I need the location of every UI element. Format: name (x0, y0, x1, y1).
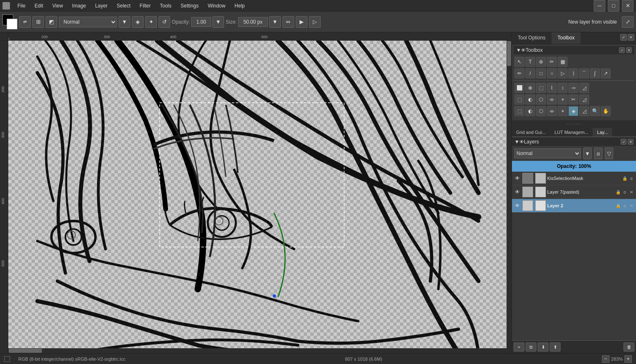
layers-dup-btn[interactable]: ⧉ (526, 342, 536, 352)
tool-preset-button[interactable]: ◩ (46, 16, 57, 28)
menu-file[interactable]: File (16, 2, 27, 10)
tool-bezier[interactable]: ⟩ (568, 68, 578, 78)
tab-toolbox[interactable]: Toolbox (552, 32, 581, 44)
window-minimize[interactable]: ─ (594, 0, 605, 12)
layers-pin-btn[interactable]: ⤢ (621, 139, 626, 145)
panel-close-btn[interactable]: ✕ (628, 34, 634, 41)
layers-up-btn[interactable]: ⬆ (550, 342, 560, 352)
tool-perspective[interactable]: ⊸ (568, 83, 578, 93)
tool-scale[interactable]: ↕ (558, 83, 568, 93)
extra-button[interactable]: ▷ (309, 16, 321, 28)
tool-iscissors[interactable]: ⬡ (536, 106, 546, 116)
blend-mode-select[interactable]: Normal (59, 17, 117, 27)
vertical-scrollbar[interactable] (507, 41, 512, 353)
status-checkbox[interactable] (4, 356, 10, 362)
layers-delete-btn[interactable]: 🗑 (624, 342, 634, 352)
layer-item-2[interactable]: 👁 Layer 2 🔒 α ✕ (512, 199, 636, 213)
vertical-scroll-thumb[interactable] (507, 41, 511, 66)
menu-image[interactable]: Image (71, 2, 88, 10)
mirror-h-button[interactable]: ⇔ (283, 16, 294, 28)
tool-fuzzy-sel[interactable]: ⬚ (514, 106, 524, 116)
toolbox-pin-btn[interactable]: ⤢ (619, 47, 625, 53)
layer-2-lock-icon[interactable]: 🔒 (615, 203, 621, 209)
tool-text[interactable]: T (525, 57, 535, 67)
menu-view[interactable]: View (51, 2, 65, 10)
layer-2-visibility[interactable]: 👁 (514, 202, 521, 209)
tool-eraser[interactable]: ◿ (579, 106, 589, 116)
layer-1-lock-icon[interactable]: 🔒 (615, 189, 621, 195)
tool-airbrush[interactable]: ↗ (601, 68, 611, 78)
layer-item-1[interactable]: 👁 Layer 7(pasted) 🔒 α ✕ (512, 185, 636, 199)
tab-layers[interactable]: Lay... (593, 128, 612, 136)
layer-mode-select[interactable]: Normal (514, 148, 581, 158)
grid-view-button[interactable]: ⊞ (32, 16, 44, 28)
tool-sel-fg[interactable]: ◿ (579, 95, 589, 104)
tool-ellipse[interactable]: ○ (547, 68, 557, 78)
menu-layer[interactable]: Layer (93, 2, 109, 10)
fill-button[interactable]: ✦ (145, 16, 157, 28)
layer-mode-dropdown[interactable]: ▼ (583, 148, 592, 159)
layer-1-extra-icon[interactable]: ✕ (629, 189, 634, 195)
menu-select[interactable]: Select (115, 2, 132, 10)
layer-0-lock-icon[interactable]: 🔒 (622, 175, 628, 181)
toolbox-collapse-icon[interactable]: ▼ (516, 47, 521, 53)
tab-tool-options[interactable]: Tool Options (512, 32, 552, 44)
size-input[interactable] (238, 17, 268, 27)
layer-0-visibility[interactable]: 👁 (514, 175, 521, 182)
menu-help[interactable]: Help (233, 2, 246, 10)
horizontal-scroll-thumb[interactable] (9, 349, 42, 353)
layers-collapse-icon[interactable]: ▼ (514, 139, 519, 145)
window-maximize[interactable]: □ (608, 0, 619, 12)
layer-2-alpha-icon[interactable]: α (622, 203, 628, 209)
size-dropdown[interactable]: ▼ (269, 16, 281, 28)
tool-arc[interactable]: ⌒ (579, 68, 589, 78)
background-color[interactable] (7, 19, 17, 29)
tool-cage[interactable]: ◿ (579, 83, 589, 93)
tool-sel-ellipse[interactable]: ◐ (525, 95, 535, 104)
tool-sel-rect[interactable]: ⬚ (514, 95, 524, 104)
tool-pan[interactable]: ✋ (601, 106, 611, 116)
toolbox-x-btn[interactable]: ✕ (626, 47, 632, 53)
tool-polygon[interactable]: ▷ (558, 68, 568, 78)
tool-shear[interactable]: ⌇ (547, 83, 557, 93)
swap-colors-icon[interactable]: ⇄ (19, 16, 31, 28)
tool-sel-scissors[interactable]: ✂ (568, 95, 578, 104)
tool-zoom[interactable]: 🔍 (590, 106, 600, 116)
layer-item-0[interactable]: 👁 KisSelectionMask 🔒 α (512, 172, 636, 185)
canvas-container[interactable] (8, 41, 512, 353)
tool-spiral[interactable]: ∫ (590, 68, 600, 78)
menu-edit[interactable]: Edit (33, 2, 45, 10)
layers-down-btn[interactable]: ⬇ (538, 342, 548, 352)
toolbar-expand[interactable]: ⤢ (622, 16, 634, 28)
layer-alpha-lock[interactable]: α (594, 148, 602, 159)
layer-2-extra-icon[interactable]: ✕ (629, 203, 634, 209)
window-close[interactable]: ✕ (622, 0, 634, 12)
zoom-out-btn[interactable]: − (602, 355, 609, 363)
menu-tools[interactable]: Tools (158, 2, 173, 10)
tool-arrow[interactable]: ↖ (514, 57, 524, 67)
mirror-v-button[interactable]: ▶ (296, 16, 307, 28)
tool-path[interactable]: ⊛ (536, 57, 546, 67)
tool-paint[interactable]: ✏ (514, 68, 524, 78)
layer-1-alpha-icon[interactable]: α (622, 189, 628, 195)
tool-rect[interactable]: □ (536, 68, 546, 78)
tab-lut-mgmt[interactable]: LUT Managem... (551, 128, 593, 136)
tool-clone[interactable]: ⌖ (558, 106, 568, 116)
tool-pencil[interactable]: ✏ (547, 57, 557, 67)
tool-pattern[interactable]: ▦ (558, 57, 568, 67)
tab-grid-gui[interactable]: Grid and Gui... (512, 128, 551, 136)
layers-x-btn[interactable]: ✕ (628, 139, 634, 145)
menu-filter[interactable]: Filter (138, 2, 153, 10)
layer-0-alpha-icon[interactable]: α (629, 175, 634, 181)
tool-sel-fuzzy[interactable]: ⌯ (547, 95, 557, 104)
erase-button[interactable]: ◈ (132, 16, 144, 28)
tool-sel-by-color[interactable]: ⌖ (558, 95, 568, 104)
opacity-dropdown[interactable]: ▼ (212, 16, 224, 28)
layer-opacity-row[interactable]: Opacity: 100% (512, 161, 636, 172)
tool-path-sel[interactable]: ◐ (525, 106, 535, 116)
tool-sel-free[interactable]: ⬡ (536, 95, 546, 104)
layer-1-visibility[interactable]: 👁 (514, 188, 521, 196)
tool-transform[interactable]: ⬜ (514, 83, 524, 93)
menu-settings[interactable]: Settings (179, 2, 200, 10)
reset-button[interactable]: ↺ (158, 16, 170, 28)
